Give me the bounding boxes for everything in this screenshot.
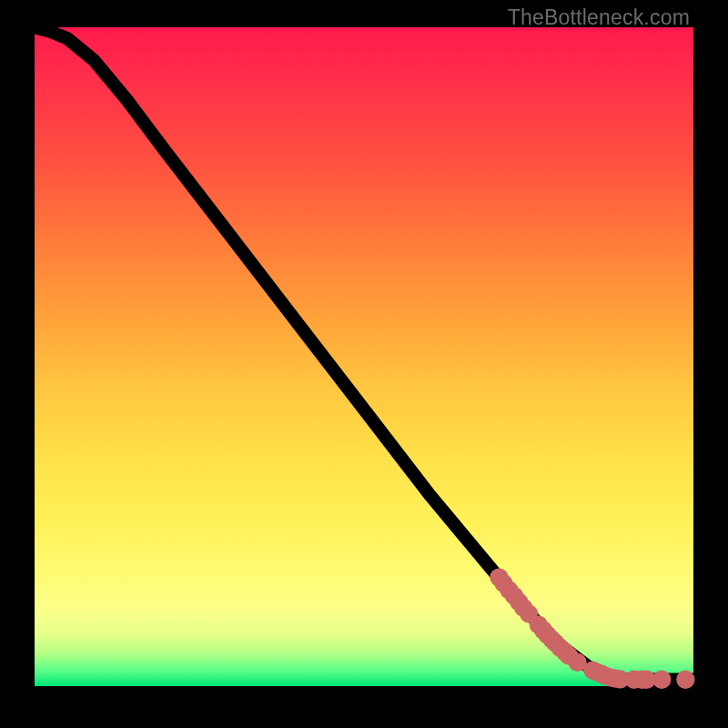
data-marker — [641, 673, 652, 685]
data-marker — [571, 656, 583, 668]
data-marker — [614, 673, 626, 685]
chart-frame: TheBottleneck.com — [0, 0, 728, 728]
data-markers — [493, 571, 692, 685]
curve-line — [35, 27, 693, 680]
chart-overlay — [35, 27, 693, 686]
watermark-text: TheBottleneck.com — [508, 5, 690, 30]
data-marker — [680, 673, 692, 685]
data-marker — [656, 673, 668, 685]
